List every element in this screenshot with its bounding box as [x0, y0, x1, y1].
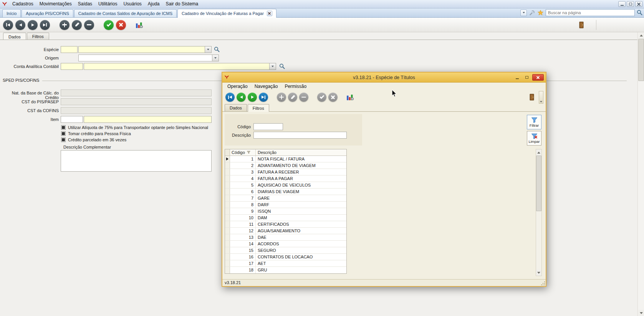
dialog-titlebar[interactable]: v3.18.21 - Espécie de Títulos	[222, 73, 546, 83]
cell-descricao[interactable]: DARF	[256, 202, 346, 208]
add-record-button[interactable]	[60, 20, 70, 30]
last-record-button[interactable]	[259, 93, 268, 102]
cell-codigo[interactable]: 13	[230, 234, 256, 240]
cell-descricao[interactable]: GARE	[256, 195, 346, 201]
cell-descricao[interactable]: AGUA/SANEAMENTO	[256, 228, 346, 234]
dropdown-button[interactable]	[269, 63, 276, 69]
table-row[interactable]: 17AET	[225, 260, 346, 267]
table-row[interactable]: 6DIARIAS DE VIAGEM	[225, 189, 346, 195]
next-record-button[interactable]	[28, 20, 38, 30]
dialog-minimize-button[interactable]	[513, 74, 521, 81]
favorite-button[interactable]	[537, 10, 544, 16]
checkbox-row-parcelado[interactable]: Crédito parcelado em 36 vezes	[61, 137, 126, 142]
conta-search-icon[interactable]	[279, 63, 285, 70]
filtrar-button[interactable]: Filtrar	[527, 115, 541, 129]
dialog-close-button[interactable]	[532, 74, 544, 81]
add-record-button[interactable]	[277, 93, 286, 102]
cell-codigo[interactable]: 9	[230, 208, 256, 214]
cell-codigo[interactable]: 6	[230, 189, 256, 195]
cell-codigo[interactable]: 16	[230, 254, 256, 260]
cell-descricao[interactable]: DIARIAS DE VIAGEM	[256, 189, 346, 195]
table-row[interactable]: 8DARF	[225, 202, 346, 208]
dialog-tab-dados[interactable]: Dados	[225, 104, 247, 111]
last-record-button[interactable]	[40, 20, 50, 30]
especie-code-input[interactable]	[61, 46, 78, 53]
item-code-input[interactable]	[61, 116, 83, 123]
cancel-button[interactable]	[116, 20, 126, 30]
scrollbar-thumb[interactable]	[536, 156, 541, 211]
table-row[interactable]: 11CERTIFICADOS	[225, 221, 346, 228]
table-row[interactable]: 5AQUISICAO DE VEICULOS	[225, 182, 346, 189]
first-record-button[interactable]	[3, 20, 13, 30]
checkbox[interactable]	[61, 137, 66, 142]
cell-descricao[interactable]: CERTIFICADOS	[256, 221, 346, 227]
dialog-vertical-scrollbar[interactable]	[536, 149, 542, 276]
edit-record-button[interactable]	[72, 20, 82, 30]
table-row[interactable]: 7GARE	[225, 195, 346, 202]
scroll-up-arrow[interactable]	[536, 149, 541, 156]
item-input[interactable]	[84, 116, 212, 123]
checkbox[interactable]	[61, 125, 66, 130]
cell-descricao[interactable]: SEGURO	[256, 247, 346, 253]
cell-descricao[interactable]: CONTRATOS DE LOCACAO	[256, 254, 346, 260]
maximize-button[interactable]	[627, 1, 634, 7]
column-header-codigo[interactable]: Código	[230, 149, 256, 156]
report-chart-button[interactable]	[346, 94, 354, 101]
menu-ajuda[interactable]: Ajuda	[145, 0, 163, 8]
table-row[interactable]: 9ISSQN	[225, 208, 346, 215]
cell-descricao[interactable]: ACORDOS	[256, 241, 346, 247]
cell-descricao[interactable]: AQUISICAO DE VEICULOS	[256, 182, 346, 188]
cell-codigo[interactable]: 4	[230, 175, 256, 182]
dialog-tab-filtros[interactable]: Filtros	[248, 104, 269, 112]
tab-close-button[interactable]	[267, 11, 272, 16]
cancel-button[interactable]	[328, 93, 338, 102]
tab-inicio[interactable]: Início	[2, 9, 21, 17]
report-chart-button[interactable]	[136, 22, 143, 28]
first-record-button[interactable]	[225, 93, 235, 102]
menu-navegacao[interactable]: Navegação	[251, 83, 281, 90]
checkbox-row-aliquota[interactable]: Utilizar Alíquota de 75% para Transporta…	[61, 125, 208, 130]
search-icon[interactable]	[637, 10, 642, 16]
cell-descricao[interactable]: DAE	[256, 234, 346, 240]
table-row[interactable]: 12AGUA/SANEAMENTO	[225, 228, 346, 234]
cell-descricao[interactable]: NOTA FISCAL / FATURA	[256, 156, 346, 162]
menu-movimentacoes[interactable]: Movimentações	[36, 0, 75, 8]
table-row[interactable]: 3FATURA A RECEBER	[225, 169, 346, 175]
checkbox[interactable]	[61, 131, 66, 136]
tab-cadastro-contas-saldos-icms[interactable]: Cadastro de Contas Saldos de Apuração de…	[74, 9, 177, 17]
checkbox-row-pessoa-fisica[interactable]: Tomar crédito para Pessoa Física	[61, 131, 131, 136]
next-record-button[interactable]	[248, 93, 257, 102]
table-row[interactable]: 2ADIANTAMENTO DE VIAGEM	[225, 162, 346, 169]
menu-usuarios[interactable]: Usuários	[120, 0, 144, 8]
cell-codigo[interactable]: 3	[230, 169, 256, 175]
confirm-button[interactable]	[104, 20, 114, 30]
cell-codigo[interactable]: 8	[230, 202, 256, 208]
cell-codigo[interactable]: 12	[230, 228, 256, 234]
toolbar-overflow-button[interactable]	[539, 91, 543, 104]
previous-record-button[interactable]	[237, 93, 246, 102]
especie-search-icon[interactable]	[214, 46, 220, 53]
confirm-button[interactable]	[317, 93, 326, 102]
delete-record-button[interactable]	[299, 93, 308, 102]
cell-descricao[interactable]: FATURA A PAGAR	[256, 175, 346, 182]
cell-descricao[interactable]: GRU	[256, 267, 346, 273]
column-header-descricao[interactable]: Descrição	[256, 149, 346, 156]
cell-codigo[interactable]: 15	[230, 247, 256, 253]
cell-codigo[interactable]: 1	[230, 156, 256, 162]
tab-dados[interactable]: Dados	[3, 33, 26, 40]
cell-descricao[interactable]: DAM	[256, 215, 346, 221]
menu-utilitarios[interactable]: Utilitários	[95, 0, 120, 8]
menu-permissao[interactable]: Permissão	[281, 83, 310, 90]
tab-list-dropdown-button[interactable]	[520, 10, 527, 16]
cell-codigo[interactable]: 10	[230, 215, 256, 221]
cell-descricao[interactable]: FATURA A RECEBER	[256, 169, 346, 175]
exit-button[interactable]	[578, 22, 584, 29]
limpar-button[interactable]: Limpar	[527, 131, 541, 146]
table-row[interactable]: 14ACORDOS	[225, 241, 346, 247]
cell-codigo[interactable]: 17	[230, 260, 256, 266]
dropdown-button[interactable]	[212, 55, 219, 61]
origem-combo[interactable]	[78, 55, 219, 61]
scrollbar-thumb[interactable]	[638, 39, 644, 81]
dropdown-button[interactable]	[205, 46, 211, 53]
previous-record-button[interactable]	[15, 20, 25, 30]
